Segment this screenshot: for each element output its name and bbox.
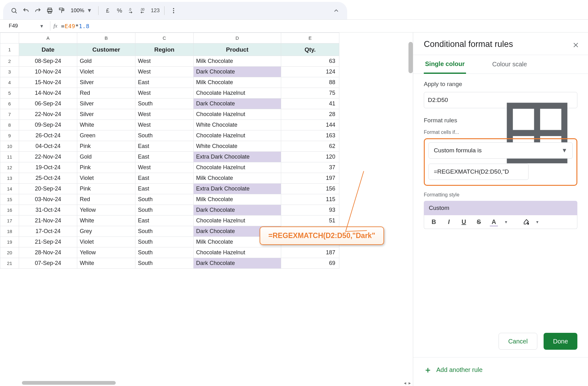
cell[interactable]: 19-Oct-24 bbox=[19, 162, 77, 173]
cell[interactable]: Dark Chocolate bbox=[194, 258, 281, 269]
cell[interactable]: South bbox=[135, 99, 194, 109]
cell[interactable]: 75 bbox=[281, 88, 339, 99]
cell[interactable]: Red bbox=[77, 194, 135, 205]
row-header[interactable]: 16 bbox=[0, 205, 19, 216]
row-header[interactable]: 11 bbox=[0, 152, 19, 162]
cell[interactable]: 124 bbox=[281, 67, 339, 77]
cell[interactable]: East bbox=[135, 173, 194, 184]
cell[interactable]: 197 bbox=[281, 173, 339, 184]
cell[interactable]: Pink bbox=[77, 162, 135, 173]
cell[interactable]: 25-Oct-24 bbox=[19, 173, 77, 184]
cell[interactable]: Silver bbox=[77, 109, 135, 120]
cell[interactable]: 62 bbox=[281, 141, 339, 152]
decrease-decimal-button[interactable]: .0 bbox=[126, 5, 137, 16]
cell[interactable]: 17-Oct-24 bbox=[19, 226, 77, 237]
text-color-button[interactable]: A bbox=[489, 218, 499, 226]
cell[interactable]: 69 bbox=[281, 258, 339, 269]
cell[interactable]: Violet bbox=[77, 237, 135, 247]
cell[interactable]: East bbox=[135, 216, 194, 226]
cell[interactable]: 07-Sep-24 bbox=[19, 258, 77, 269]
vertical-scrollbar[interactable] bbox=[408, 42, 413, 73]
cell[interactable]: 28-Nov-24 bbox=[19, 247, 77, 258]
undo-button[interactable] bbox=[21, 5, 31, 16]
cell[interactable]: Dark Chocolate bbox=[194, 99, 281, 109]
row-header[interactable]: 1 bbox=[0, 43, 19, 56]
collapse-toolbar-button[interactable] bbox=[331, 5, 342, 16]
cell[interactable]: Chocolate Hazelnut bbox=[194, 130, 281, 141]
range-input[interactable]: D2:D50 bbox=[424, 92, 577, 108]
row-header[interactable]: 8 bbox=[0, 120, 19, 130]
cell[interactable]: 03-Nov-24 bbox=[19, 194, 77, 205]
column-header[interactable]: D bbox=[194, 33, 281, 43]
cell[interactable]: 14-Nov-24 bbox=[19, 88, 77, 99]
header-cell[interactable]: Product bbox=[194, 43, 281, 56]
paint-format-button[interactable] bbox=[56, 5, 67, 16]
cell[interactable]: West bbox=[135, 88, 194, 99]
percent-format-button[interactable]: % bbox=[114, 5, 125, 16]
number-format-button[interactable]: 123 bbox=[150, 5, 160, 16]
cell[interactable]: White bbox=[77, 120, 135, 130]
cell[interactable]: Dark Chocolate bbox=[194, 67, 281, 77]
row-header[interactable]: 15 bbox=[0, 194, 19, 205]
cell[interactable]: East bbox=[135, 184, 194, 194]
chevron-down-icon[interactable]: ▼ bbox=[504, 220, 508, 224]
cell[interactable]: Violet bbox=[77, 67, 135, 77]
cell[interactable]: Chocolate Hazelnut bbox=[194, 162, 281, 173]
column-header[interactable]: A bbox=[19, 33, 77, 43]
print-button[interactable] bbox=[44, 5, 55, 16]
cell[interactable]: 51 bbox=[281, 216, 339, 226]
cell[interactable]: South bbox=[135, 258, 194, 269]
row-header[interactable]: 21 bbox=[0, 258, 19, 269]
row-header[interactable]: 13 bbox=[0, 173, 19, 184]
cell[interactable]: Milk Chocolate bbox=[194, 77, 281, 88]
cell[interactable]: 04-Oct-24 bbox=[19, 141, 77, 152]
cell[interactable]: Chocolate Hazelnut bbox=[194, 88, 281, 99]
cell[interactable]: Chocolate Hazelnut bbox=[194, 109, 281, 120]
cell[interactable]: 93 bbox=[281, 205, 339, 216]
cell[interactable]: Dark Chocolate bbox=[194, 205, 281, 216]
select-all-cell[interactable] bbox=[0, 33, 19, 43]
strikethrough-button[interactable]: S bbox=[474, 218, 484, 226]
currency-format-button[interactable]: £ bbox=[102, 5, 113, 16]
cell[interactable]: Yellow bbox=[77, 247, 135, 258]
cell[interactable]: Milk Chocolate bbox=[194, 56, 281, 67]
cell[interactable]: South bbox=[135, 226, 194, 237]
header-cell[interactable]: Date bbox=[19, 43, 77, 56]
row-header[interactable]: 20 bbox=[0, 247, 19, 258]
scroll-arrows[interactable]: ◄ ► bbox=[403, 381, 412, 385]
horizontal-scrollbar[interactable] bbox=[22, 381, 116, 385]
fill-color-button[interactable] bbox=[523, 219, 530, 226]
cell[interactable]: East bbox=[135, 152, 194, 162]
more-icon[interactable] bbox=[168, 5, 179, 16]
cell[interactable]: 63 bbox=[281, 56, 339, 67]
row-header[interactable]: 3 bbox=[0, 67, 19, 77]
done-button[interactable]: Done bbox=[544, 333, 577, 350]
cell[interactable]: 31-Oct-24 bbox=[19, 205, 77, 216]
cell[interactable]: 28 bbox=[281, 109, 339, 120]
underline-button[interactable]: U bbox=[459, 218, 469, 226]
cell[interactable]: 08-Sep-24 bbox=[19, 56, 77, 67]
redo-button[interactable] bbox=[33, 5, 43, 16]
row-header[interactable]: 6 bbox=[0, 99, 19, 109]
cell[interactable]: 20-Sep-24 bbox=[19, 184, 77, 194]
cell[interactable]: South bbox=[135, 194, 194, 205]
cell[interactable]: Chocolate Hazelnut bbox=[194, 216, 281, 226]
zoom-select[interactable]: 100% ▼ bbox=[68, 8, 94, 14]
style-preview[interactable]: Custom bbox=[424, 201, 577, 215]
increase-decimal-button[interactable]: .00 bbox=[138, 5, 149, 16]
column-header[interactable]: C bbox=[135, 33, 194, 43]
tab-colour-scale[interactable]: Colour scale bbox=[491, 56, 528, 73]
cell[interactable]: 22-Nov-24 bbox=[19, 109, 77, 120]
cell[interactable]: Milk Chocolate bbox=[194, 173, 281, 184]
cell[interactable]: 37 bbox=[281, 162, 339, 173]
column-header[interactable]: B bbox=[77, 33, 135, 43]
cell[interactable]: Silver bbox=[77, 77, 135, 88]
cell[interactable]: South bbox=[135, 130, 194, 141]
row-header[interactable]: 12 bbox=[0, 162, 19, 173]
cell[interactable]: White Chocolate bbox=[194, 141, 281, 152]
column-header[interactable]: E bbox=[281, 33, 339, 43]
cell[interactable]: White bbox=[77, 216, 135, 226]
cell[interactable]: 06-Sep-24 bbox=[19, 99, 77, 109]
cell[interactable]: Grey bbox=[77, 226, 135, 237]
cell[interactable]: Pink bbox=[77, 141, 135, 152]
